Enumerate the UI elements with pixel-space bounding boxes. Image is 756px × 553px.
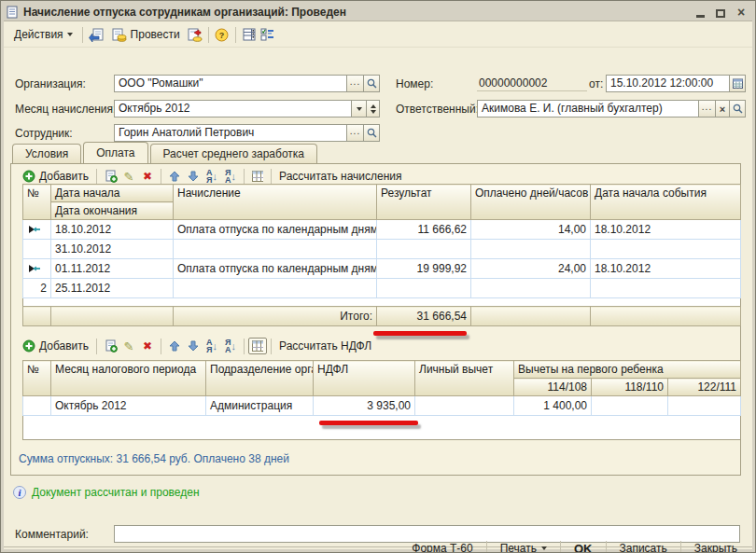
table-row[interactable]: 1 Октябрь 2012 Администрация 3 935,00 1 … xyxy=(23,396,741,416)
calc-ndfl-button[interactable]: Рассчитать НДФЛ xyxy=(275,338,375,354)
month-dropdown-button[interactable] xyxy=(351,101,366,117)
accruals-sort-asc-button[interactable]: АЯ↓ xyxy=(203,168,221,185)
number-value[interactable]: 00000000002 xyxy=(477,76,587,91)
ndfl-add-button[interactable]: Добавить xyxy=(19,338,92,354)
cell-empty[interactable] xyxy=(377,279,471,298)
accruals-copy-button[interactable] xyxy=(101,168,119,185)
cell-personal[interactable] xyxy=(415,396,514,416)
cell-date-end[interactable]: 25.11.2012 xyxy=(51,279,174,298)
help-button[interactable]: ? xyxy=(213,26,231,43)
cell-paid[interactable]: 14,00 xyxy=(471,220,591,240)
cell-122-111[interactable] xyxy=(668,396,741,416)
actions-button[interactable]: Действия xyxy=(8,25,78,44)
ok-button[interactable]: OK xyxy=(565,539,602,553)
col-result[interactable]: Результат xyxy=(377,185,471,220)
table-row[interactable]: 18.10.2012 Оплата отпуска по календарным… xyxy=(23,220,741,240)
ndfl-edit-button[interactable]: ✎ xyxy=(119,338,138,354)
employee-field[interactable]: Горин Анатолий Петрович xyxy=(114,124,380,142)
list-settings-button[interactable] xyxy=(240,26,259,43)
responsible-clear-button[interactable] xyxy=(715,101,729,117)
accruals-delete-button[interactable]: ✖ xyxy=(138,168,157,185)
cell-result[interactable]: 11 666,62 xyxy=(377,220,471,240)
col-num[interactable]: № xyxy=(23,361,51,396)
cell-date-start[interactable]: 01.11.2012 xyxy=(51,259,174,279)
col-event[interactable]: Дата начала события xyxy=(591,185,741,220)
cell-empty[interactable] xyxy=(174,279,377,298)
table-row[interactable]: 01.11.2012 Оплата отпуска по календарным… xyxy=(23,259,741,279)
org-select-button[interactable] xyxy=(346,76,363,91)
post-button[interactable]: Провести xyxy=(105,25,186,45)
cell-event[interactable]: 18.10.2012 xyxy=(591,259,741,279)
col-118-110[interactable]: 118/110 xyxy=(592,379,668,396)
employee-select-button[interactable] xyxy=(346,125,363,141)
col-personal[interactable]: Личный вычет xyxy=(415,361,514,396)
cell-empty[interactable] xyxy=(174,240,377,259)
save-button[interactable]: Записать xyxy=(610,539,677,553)
cell-118-110[interactable] xyxy=(592,396,668,416)
accruals-add-button[interactable]: Добавить xyxy=(19,168,92,185)
cell-month[interactable]: Октябрь 2012 xyxy=(51,396,206,416)
col-department[interactable]: Подразделение организации xyxy=(206,361,314,396)
responsible-open-button[interactable] xyxy=(729,101,745,117)
accruals-edit-button[interactable]: ✎ xyxy=(119,168,138,185)
accruals-move-down-button[interactable] xyxy=(184,168,203,185)
col-accrual[interactable]: Начисление xyxy=(174,185,377,220)
responsible-select-button[interactable] xyxy=(698,101,715,117)
date-calendar-button[interactable] xyxy=(729,76,745,91)
col-114-108[interactable]: 114/108 xyxy=(514,379,592,396)
minimize-button[interactable] xyxy=(693,6,707,19)
accruals-move-up-button[interactable] xyxy=(165,168,184,185)
col-122-111[interactable]: 122/111 xyxy=(668,379,741,396)
close-button[interactable]: × xyxy=(734,6,749,19)
print-button[interactable]: Печать xyxy=(491,539,556,553)
col-paid[interactable]: Оплачено дней/часов xyxy=(471,185,591,220)
cell-ndfl[interactable]: 3 935,00 xyxy=(314,396,415,416)
responsible-field[interactable]: Акимова Е. И. (главный бухгалтер) xyxy=(477,100,746,118)
col-ndfl[interactable]: НДФЛ xyxy=(314,361,415,396)
unpost-button[interactable] xyxy=(186,26,204,43)
month-spinner[interactable] xyxy=(366,101,379,117)
ndfl-sort-desc-button[interactable]: ЯА↓ xyxy=(221,338,240,354)
date-field[interactable]: 15.10.2012 12:00:00 xyxy=(606,75,746,92)
table-row[interactable]: 2 25.11.2012 xyxy=(23,279,741,298)
cell-date-end[interactable]: 31.10.2012 xyxy=(51,240,174,259)
maximize-button[interactable] xyxy=(713,6,728,19)
cell-result[interactable]: 19 999,92 xyxy=(377,259,471,279)
ndfl-sort-asc-button[interactable]: АЯ↓ xyxy=(203,338,221,354)
ndfl-grid-settings-button[interactable] xyxy=(248,338,267,354)
cell-date-start[interactable]: 18.10.2012 xyxy=(51,220,174,240)
tab-usloviya[interactable]: Условия xyxy=(12,144,81,163)
cell-empty[interactable] xyxy=(471,240,591,259)
col-child-deductions[interactable]: Вычеты на первого ребенка xyxy=(514,361,741,379)
tab-raschet[interactable]: Расчет среднего заработка xyxy=(150,144,318,163)
org-open-button[interactable] xyxy=(363,76,379,91)
cell-empty[interactable] xyxy=(591,279,741,298)
ndfl-move-down-button[interactable] xyxy=(184,338,203,354)
cell-row-number[interactable]: 1 xyxy=(23,240,51,259)
cell-empty[interactable] xyxy=(377,240,471,259)
cell-paid[interactable]: 24,00 xyxy=(471,259,591,279)
column-settings-button[interactable] xyxy=(259,26,277,43)
col-date-start[interactable]: Дата начала xyxy=(51,185,174,202)
cell-row-number[interactable]: 2 xyxy=(23,279,51,298)
col-num[interactable]: № xyxy=(23,185,51,220)
cell-114-108[interactable]: 1 400,00 xyxy=(514,396,592,416)
cell-accrual[interactable]: Оплата отпуска по календарным дням xyxy=(174,259,377,279)
col-date-end[interactable]: Дата окончания xyxy=(51,202,174,220)
table-row[interactable]: 1 31.10.2012 xyxy=(23,240,741,259)
ndfl-copy-button[interactable] xyxy=(101,338,119,354)
close-form-button[interactable]: Закрыть xyxy=(685,539,747,553)
cell-event[interactable]: 18.10.2012 xyxy=(591,220,741,240)
org-field[interactable]: ООО "Ромашки" xyxy=(114,75,380,92)
accruals-sort-desc-button[interactable]: ЯА↓ xyxy=(221,168,240,185)
cell-empty[interactable] xyxy=(471,279,591,298)
write-button[interactable] xyxy=(87,26,105,43)
accruals-grid-settings-button[interactable] xyxy=(248,168,267,185)
col-month[interactable]: Месяц налогового периода xyxy=(51,361,206,396)
calc-accruals-button[interactable]: Рассчитать начисления xyxy=(275,168,405,185)
cell-empty[interactable] xyxy=(591,240,741,259)
ndfl-move-up-button[interactable] xyxy=(165,338,184,354)
cell-accrual[interactable]: Оплата отпуска по календарным дням xyxy=(174,220,377,240)
employee-open-button[interactable] xyxy=(363,125,379,141)
ndfl-delete-button[interactable]: ✖ xyxy=(138,338,157,354)
